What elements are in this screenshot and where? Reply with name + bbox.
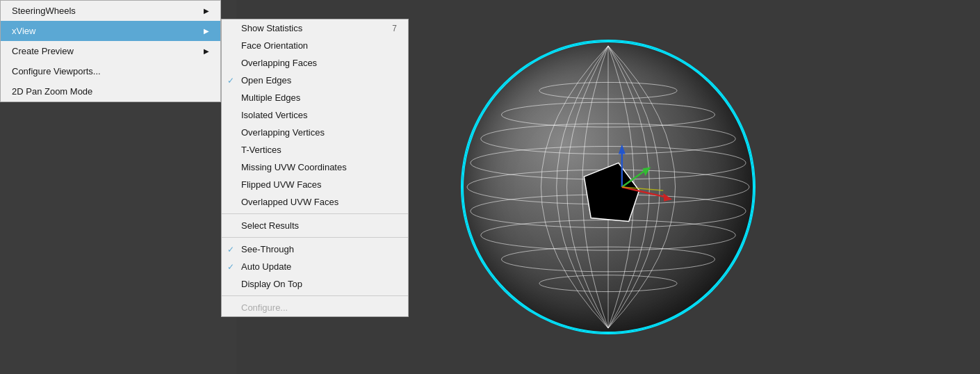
- submenu-item-overlapping-vertices[interactable]: Overlapping Vertices: [222, 124, 408, 141]
- submenu-item-label-select-results: Select Results: [241, 220, 299, 231]
- menu-items-container: SteeringWheels▶xView▶Create Preview▶Conf…: [1, 1, 220, 101]
- submenu-item-overlapping-faces[interactable]: Overlapping Faces: [222, 54, 408, 72]
- submenu-item-flipped-uvw[interactable]: Flipped UVW Faces: [222, 176, 408, 193]
- separator-after-overlapped-uvw: [222, 213, 408, 214]
- svg-marker-12: [619, 145, 626, 154]
- arrow-icon-xview: ▶: [204, 27, 209, 35]
- submenu-item-label-display-on-top: Display On Top: [241, 279, 302, 289]
- main-menu-item-label-pan-zoom: 2D Pan Zoom Mode: [12, 86, 92, 97]
- submenu-items-container: Show Statistics7Face OrientationOverlapp…: [222, 19, 408, 316]
- submenu-item-label-t-vertices: T-Vertices: [241, 145, 281, 155]
- submenu-item-overlapped-uvw[interactable]: Overlapped UVW Faces: [222, 193, 408, 211]
- main-menu-item-steeringwheels[interactable]: SteeringWheels▶: [1, 1, 220, 21]
- main-menu: SteeringWheels▶xView▶Create Preview▶Conf…: [0, 0, 221, 102]
- submenu-item-missing-uvw[interactable]: Missing UVW Coordinates: [222, 158, 408, 176]
- submenu-item-isolated-vertices[interactable]: Isolated Vertices: [222, 106, 408, 124]
- shortcut-show-statistics: 7: [392, 24, 397, 33]
- arrow-icon-create-preview: ▶: [204, 47, 209, 55]
- main-menu-item-label-create-preview: Create Preview: [12, 46, 74, 56]
- submenu-item-label-multiple-edges: Multiple Edges: [241, 92, 300, 103]
- submenu-item-label-auto-update: Auto Update: [241, 261, 291, 272]
- svg-marker-14: [643, 167, 651, 176]
- main-menu-item-xview[interactable]: xView▶: [1, 21, 220, 41]
- main-menu-item-label-xview: xView: [12, 26, 35, 36]
- submenu-item-label-flipped-uvw: Flipped UVW Faces: [241, 179, 322, 190]
- main-menu-item-pan-zoom[interactable]: 2D Pan Zoom Mode: [1, 81, 220, 101]
- submenu-item-configure: Configure...: [222, 299, 408, 316]
- separator-after-display-on-top: [222, 295, 408, 296]
- submenu-item-label-see-through: See-Through: [241, 244, 294, 254]
- submenu-xview: Show Statistics7Face OrientationOverlapp…: [221, 19, 409, 317]
- submenu-item-display-on-top[interactable]: Display On Top: [222, 275, 408, 293]
- separator-after-select-results: [222, 237, 408, 238]
- sphere-object: [462, 41, 754, 333]
- submenu-item-auto-update[interactable]: Auto Update: [222, 258, 408, 275]
- submenu-item-t-vertices[interactable]: T-Vertices: [222, 141, 408, 158]
- main-menu-item-configure-viewports[interactable]: Configure Viewports...: [1, 61, 220, 81]
- main-menu-item-label-configure-viewports: Configure Viewports...: [12, 66, 101, 76]
- arrow-icon-steeringwheels: ▶: [204, 7, 209, 15]
- submenu-item-label-overlapping-faces: Overlapping Faces: [241, 58, 317, 68]
- submenu-item-label-face-orientation: Face Orientation: [241, 40, 308, 51]
- submenu-item-select-results[interactable]: Select Results: [222, 217, 408, 234]
- sphere-container: [462, 41, 754, 333]
- submenu-item-label-configure: Configure...: [241, 302, 288, 313]
- submenu-item-open-edges[interactable]: Open Edges: [222, 72, 408, 89]
- submenu-item-label-isolated-vertices: Isolated Vertices: [241, 110, 307, 120]
- submenu-item-label-overlapping-vertices: Overlapping Vertices: [241, 127, 325, 138]
- main-menu-item-create-preview[interactable]: Create Preview▶: [1, 41, 220, 61]
- submenu-item-show-statistics[interactable]: Show Statistics7: [222, 19, 408, 37]
- submenu-item-see-through[interactable]: See-Through: [222, 241, 408, 258]
- svg-marker-16: [663, 193, 672, 202]
- submenu-item-face-orientation[interactable]: Face Orientation: [222, 37, 408, 54]
- submenu-item-label-open-edges: Open Edges: [241, 75, 291, 86]
- submenu-item-label-missing-uvw: Missing UVW Coordinates: [241, 162, 347, 172]
- submenu-item-label-show-statistics: Show Statistics: [241, 23, 302, 33]
- submenu-item-label-overlapped-uvw: Overlapped UVW Faces: [241, 197, 338, 207]
- main-menu-item-label-steeringwheels: SteeringWheels: [12, 6, 76, 16]
- sphere-grid-svg: [464, 42, 753, 332]
- submenu-item-multiple-edges[interactable]: Multiple Edges: [222, 89, 408, 106]
- svg-marker-10: [584, 163, 639, 221]
